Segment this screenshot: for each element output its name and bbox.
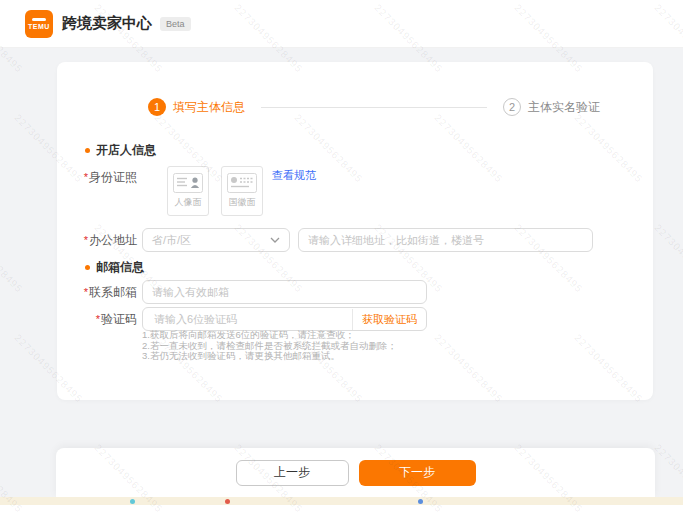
required-marker: * (84, 171, 88, 183)
address-detail-input[interactable] (298, 228, 593, 252)
strip-dot-icon (130, 499, 135, 504)
strip-dot-icon (418, 499, 423, 504)
required-marker: * (96, 313, 100, 325)
email-input[interactable] (142, 280, 427, 304)
code-tips: 1.获取后将向邮箱发送6位的验证码，请注意查收； 2.若一直未收到，请检查邮件是… (142, 330, 397, 362)
required-marker: * (84, 234, 88, 246)
main-form-card: 1 填写主体信息 2 主体实名验证 开店人信息 *身份证照 (57, 62, 653, 400)
section-store-owner-info: 开店人信息 (85, 142, 156, 159)
chevron-down-icon (270, 237, 280, 243)
upload-id-front[interactable]: 人像面 (167, 166, 209, 216)
bottom-white-area (0, 505, 683, 518)
code-input[interactable] (152, 312, 352, 326)
address-label: *办公地址 (57, 228, 137, 252)
id-card-front-icon (173, 173, 203, 193)
stepper: 1 填写主体信息 2 主体实名验证 (148, 98, 600, 116)
section-dot-icon (85, 148, 90, 153)
upload-back-label: 国徽面 (229, 196, 256, 209)
get-code-button[interactable]: 获取验证码 (352, 309, 426, 330)
app-header: TEMU 跨境卖家中心 Beta (0, 0, 683, 48)
code-label: *验证码 (57, 307, 137, 331)
code-input-wrap: 获取验证码 (142, 307, 427, 331)
page-title: 跨境卖家中心 (62, 14, 152, 33)
code-tip-line: 1.获取后将向邮箱发送6位的验证码，请注意查收； (142, 330, 397, 341)
code-tip-line: 3.若仍无法收到验证码，请更换其他邮箱重试。 (142, 351, 397, 362)
region-select[interactable]: 省/市/区 (142, 228, 290, 252)
previous-step-button[interactable]: 上一步 (236, 460, 349, 486)
section-title: 邮箱信息 (96, 259, 144, 276)
stepper-connector (261, 107, 487, 108)
footer-action-bar: 上一步 下一步 (56, 448, 655, 497)
region-placeholder: 省/市/区 (152, 233, 191, 248)
upload-id-back[interactable]: 国徽面 (221, 166, 263, 216)
step-1-circle: 1 (148, 98, 166, 116)
beta-badge: Beta (160, 17, 191, 31)
section-title: 开店人信息 (96, 142, 156, 159)
bottom-cutoff-strip (0, 497, 683, 505)
page: TEMU 跨境卖家中心 Beta 1 填写主体信息 2 主体实名验证 开店人信息… (0, 0, 683, 518)
upload-front-label: 人像面 (175, 196, 202, 209)
step-2-circle: 2 (503, 98, 521, 116)
email-label: *联系邮箱 (57, 280, 137, 304)
logo-mark (32, 18, 46, 21)
next-step-button[interactable]: 下一步 (359, 460, 476, 486)
logo-text: TEMU (28, 23, 50, 30)
step-2-label: 主体实名验证 (528, 99, 600, 116)
view-rules-link[interactable]: 查看规范 (272, 168, 316, 183)
step-1-label: 填写主体信息 (173, 99, 245, 116)
id-photo-uploads: 人像面 国徽面 (167, 166, 263, 216)
required-marker: * (84, 286, 88, 298)
id-photo-label: *身份证照 (57, 169, 137, 186)
section-email-info: 邮箱信息 (85, 259, 144, 276)
id-card-back-icon (227, 173, 257, 193)
temu-logo-icon: TEMU (25, 10, 53, 38)
strip-dot-icon (225, 499, 230, 504)
section-dot-icon (85, 265, 90, 270)
